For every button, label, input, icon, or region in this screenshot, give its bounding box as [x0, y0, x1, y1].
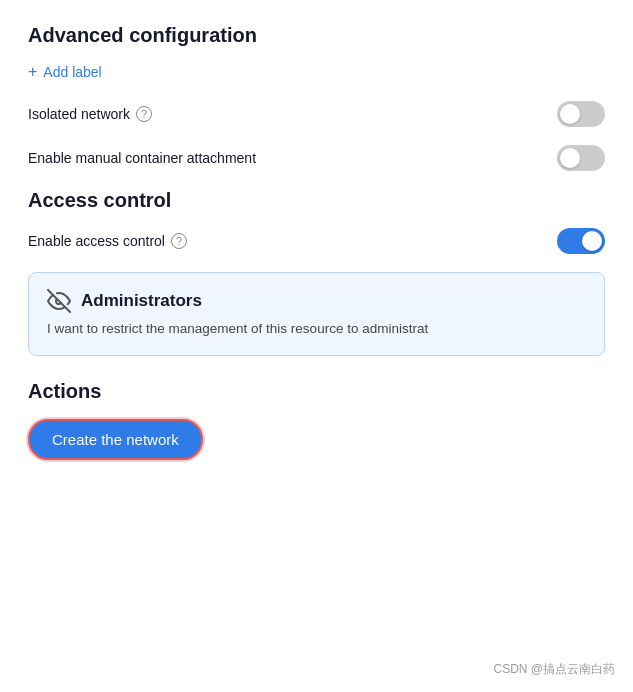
admin-card-title: Administrators: [81, 291, 202, 311]
enable-access-control-toggle[interactable]: [557, 228, 605, 254]
advanced-config-title: Advanced configuration: [28, 24, 605, 47]
plus-icon: +: [28, 63, 37, 81]
watermark: CSDN @搞点云南白药: [493, 661, 615, 678]
isolated-network-help-icon[interactable]: ?: [136, 106, 152, 122]
manual-attachment-row: Enable manual container attachment: [28, 145, 605, 171]
manual-attachment-slider: [557, 145, 605, 171]
isolated-network-row: Isolated network ?: [28, 101, 605, 127]
access-control-section: Access control Enable access control ? A…: [28, 189, 605, 356]
isolated-network-toggle[interactable]: [557, 101, 605, 127]
admin-card: Administrators I want to restrict the ma…: [28, 272, 605, 356]
admin-card-description: I want to restrict the management of thi…: [47, 319, 586, 339]
actions-title: Actions: [28, 380, 605, 403]
manual-attachment-label: Enable manual container attachment: [28, 150, 256, 166]
access-control-title: Access control: [28, 189, 605, 212]
add-label-button[interactable]: + Add label: [28, 63, 605, 81]
add-label-text: Add label: [43, 64, 101, 80]
actions-section: Actions Create the network: [28, 380, 605, 460]
enable-access-control-slider: [557, 228, 605, 254]
isolated-network-label: Isolated network: [28, 106, 130, 122]
admin-card-header: Administrators: [47, 289, 586, 313]
enable-access-control-label-group: Enable access control ?: [28, 233, 187, 249]
isolated-network-slider: [557, 101, 605, 127]
create-network-button[interactable]: Create the network: [28, 419, 203, 460]
isolated-network-label-group: Isolated network ?: [28, 106, 152, 122]
enable-access-control-help-icon[interactable]: ?: [171, 233, 187, 249]
enable-access-control-label: Enable access control: [28, 233, 165, 249]
manual-attachment-toggle[interactable]: [557, 145, 605, 171]
eye-off-icon: [47, 289, 71, 313]
enable-access-control-row: Enable access control ?: [28, 228, 605, 254]
manual-attachment-label-group: Enable manual container attachment: [28, 150, 256, 166]
